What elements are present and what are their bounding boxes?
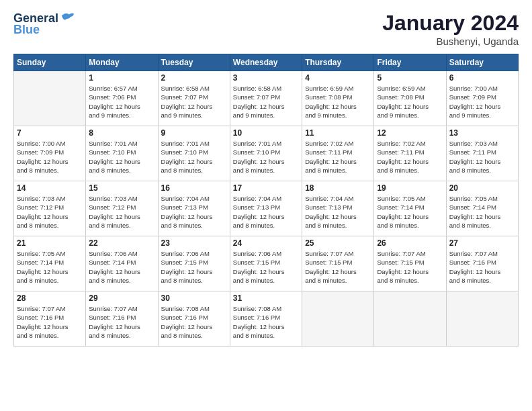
table-row: 26Sunrise: 7:07 AMSunset: 7:15 PMDayligh… — [374, 236, 446, 291]
day-number: 1 — [89, 73, 154, 83]
title-block: January 2024 Bushenyi, Uganda — [382, 11, 519, 47]
day-info: Sunrise: 6:58 AMSunset: 7:07 PMDaylight:… — [161, 84, 227, 120]
day-number: 22 — [89, 238, 154, 248]
table-row: 7Sunrise: 7:00 AMSunset: 7:09 PMDaylight… — [14, 126, 86, 181]
day-number: 29 — [89, 293, 154, 303]
day-info: Sunrise: 7:04 AMSunset: 7:13 PMDaylight:… — [161, 194, 227, 230]
calendar-table: Sunday Monday Tuesday Wednesday Thursday… — [13, 54, 519, 347]
day-info: Sunrise: 7:05 AMSunset: 7:14 PMDaylight:… — [449, 194, 515, 230]
table-row: 4Sunrise: 6:59 AMSunset: 7:08 PMDaylight… — [302, 71, 374, 126]
table-row: 15Sunrise: 7:03 AMSunset: 7:12 PMDayligh… — [86, 181, 158, 236]
day-info: Sunrise: 7:02 AMSunset: 7:11 PMDaylight:… — [305, 139, 371, 175]
table-row: 13Sunrise: 7:03 AMSunset: 7:11 PMDayligh… — [446, 126, 518, 181]
day-number: 31 — [233, 293, 299, 303]
day-number: 16 — [161, 183, 227, 193]
table-row: 28Sunrise: 7:07 AMSunset: 7:16 PMDayligh… — [14, 291, 86, 347]
day-info: Sunrise: 7:01 AMSunset: 7:10 PMDaylight:… — [89, 139, 154, 175]
day-number: 4 — [305, 73, 371, 83]
table-row: 6Sunrise: 7:00 AMSunset: 7:09 PMDaylight… — [446, 71, 518, 126]
day-info: Sunrise: 7:05 AMSunset: 7:14 PMDaylight:… — [377, 194, 443, 230]
day-number: 18 — [305, 183, 371, 193]
table-row: 31Sunrise: 7:08 AMSunset: 7:16 PMDayligh… — [230, 291, 302, 347]
table-row: 30Sunrise: 7:08 AMSunset: 7:16 PMDayligh… — [158, 291, 230, 347]
day-info: Sunrise: 7:08 AMSunset: 7:16 PMDaylight:… — [161, 304, 227, 340]
day-info: Sunrise: 7:07 AMSunset: 7:15 PMDaylight:… — [305, 249, 371, 285]
table-row: 1Sunrise: 6:57 AMSunset: 7:06 PMDaylight… — [86, 71, 158, 126]
table-row: 22Sunrise: 7:06 AMSunset: 7:14 PMDayligh… — [86, 236, 158, 291]
table-row: 11Sunrise: 7:02 AMSunset: 7:11 PMDayligh… — [302, 126, 374, 181]
col-tuesday: Tuesday — [158, 54, 230, 71]
day-info: Sunrise: 7:08 AMSunset: 7:16 PMDaylight:… — [233, 304, 299, 340]
table-row: 20Sunrise: 7:05 AMSunset: 7:14 PMDayligh… — [446, 181, 518, 236]
table-row — [14, 71, 86, 126]
day-info: Sunrise: 6:57 AMSunset: 7:06 PMDaylight:… — [89, 84, 154, 120]
day-info: Sunrise: 7:01 AMSunset: 7:10 PMDaylight:… — [233, 139, 299, 175]
col-saturday: Saturday — [446, 54, 518, 71]
table-row: 2Sunrise: 6:58 AMSunset: 7:07 PMDaylight… — [158, 71, 230, 126]
table-row: 25Sunrise: 7:07 AMSunset: 7:15 PMDayligh… — [302, 236, 374, 291]
day-number: 6 — [449, 73, 515, 83]
day-number: 14 — [17, 183, 83, 193]
logo-blue-text: Blue — [13, 23, 40, 37]
day-info: Sunrise: 7:03 AMSunset: 7:12 PMDaylight:… — [89, 194, 154, 230]
day-number: 13 — [449, 128, 515, 138]
table-row — [374, 291, 446, 347]
table-row — [446, 291, 518, 347]
day-number: 24 — [233, 238, 299, 248]
day-number: 7 — [17, 128, 83, 138]
day-number: 25 — [305, 238, 371, 248]
table-row: 8Sunrise: 7:01 AMSunset: 7:10 PMDaylight… — [86, 126, 158, 181]
day-info: Sunrise: 7:02 AMSunset: 7:11 PMDaylight:… — [377, 139, 443, 175]
day-info: Sunrise: 7:07 AMSunset: 7:16 PMDaylight:… — [89, 304, 154, 340]
table-row: 21Sunrise: 7:05 AMSunset: 7:14 PMDayligh… — [14, 236, 86, 291]
table-row: 19Sunrise: 7:05 AMSunset: 7:14 PMDayligh… — [374, 181, 446, 236]
day-number: 21 — [17, 238, 83, 248]
day-number: 8 — [89, 128, 154, 138]
day-info: Sunrise: 7:00 AMSunset: 7:09 PMDaylight:… — [449, 84, 515, 120]
day-info: Sunrise: 6:59 AMSunset: 7:08 PMDaylight:… — [305, 84, 371, 120]
day-info: Sunrise: 7:01 AMSunset: 7:10 PMDaylight:… — [161, 139, 227, 175]
day-info: Sunrise: 7:07 AMSunset: 7:16 PMDaylight:… — [17, 304, 83, 340]
calendar-header-row: Sunday Monday Tuesday Wednesday Thursday… — [14, 54, 519, 71]
day-info: Sunrise: 7:06 AMSunset: 7:15 PMDaylight:… — [161, 249, 227, 285]
day-number: 5 — [377, 73, 443, 83]
col-friday: Friday — [374, 54, 446, 71]
day-info: Sunrise: 7:03 AMSunset: 7:11 PMDaylight:… — [449, 139, 515, 175]
day-info: Sunrise: 7:00 AMSunset: 7:09 PMDaylight:… — [17, 139, 83, 175]
day-number: 17 — [233, 183, 299, 193]
day-info: Sunrise: 7:03 AMSunset: 7:12 PMDaylight:… — [17, 194, 83, 230]
col-wednesday: Wednesday — [230, 54, 302, 71]
header: General Blue January 2024 Bushenyi, Ugan… — [13, 11, 519, 47]
table-row — [302, 291, 374, 347]
table-row: 16Sunrise: 7:04 AMSunset: 7:13 PMDayligh… — [158, 181, 230, 236]
day-number: 20 — [449, 183, 515, 193]
day-number: 27 — [449, 238, 515, 248]
table-row: 18Sunrise: 7:04 AMSunset: 7:13 PMDayligh… — [302, 181, 374, 236]
table-row: 10Sunrise: 7:01 AMSunset: 7:10 PMDayligh… — [230, 126, 302, 181]
day-number: 30 — [161, 293, 227, 303]
col-thursday: Thursday — [302, 54, 374, 71]
day-info: Sunrise: 7:06 AMSunset: 7:15 PMDaylight:… — [233, 249, 299, 285]
day-number: 15 — [89, 183, 154, 193]
day-info: Sunrise: 6:58 AMSunset: 7:07 PMDaylight:… — [233, 84, 299, 120]
table-row: 3Sunrise: 6:58 AMSunset: 7:07 PMDaylight… — [230, 71, 302, 126]
title-month: January 2024 — [382, 11, 519, 36]
day-number: 12 — [377, 128, 443, 138]
day-number: 23 — [161, 238, 227, 248]
title-location: Bushenyi, Uganda — [382, 36, 519, 47]
table-row: 29Sunrise: 7:07 AMSunset: 7:16 PMDayligh… — [86, 291, 158, 347]
day-info: Sunrise: 7:04 AMSunset: 7:13 PMDaylight:… — [233, 194, 299, 230]
day-number: 28 — [17, 293, 83, 303]
day-number: 9 — [161, 128, 227, 138]
col-sunday: Sunday — [14, 54, 86, 71]
day-info: Sunrise: 7:05 AMSunset: 7:14 PMDaylight:… — [17, 249, 83, 285]
day-number: 3 — [233, 73, 299, 83]
day-info: Sunrise: 6:59 AMSunset: 7:08 PMDaylight:… — [377, 84, 443, 120]
page: General Blue January 2024 Bushenyi, Ugan… — [0, 0, 532, 411]
col-monday: Monday — [86, 54, 158, 71]
day-number: 26 — [377, 238, 443, 248]
day-number: 2 — [161, 73, 227, 83]
table-row: 23Sunrise: 7:06 AMSunset: 7:15 PMDayligh… — [158, 236, 230, 291]
day-number: 10 — [233, 128, 299, 138]
day-info: Sunrise: 7:06 AMSunset: 7:14 PMDaylight:… — [89, 249, 154, 285]
